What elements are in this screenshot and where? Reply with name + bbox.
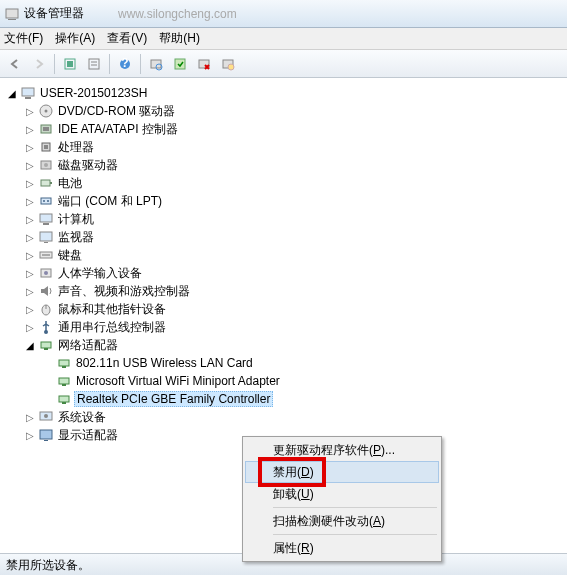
tree-category[interactable]: ▷电池	[6, 174, 567, 192]
context-menu-separator	[273, 534, 437, 535]
svg-rect-26	[50, 182, 52, 184]
tree-category-label: 人体学输入设备	[56, 265, 144, 282]
tree-category-label: 处理器	[56, 139, 96, 156]
svg-point-40	[44, 330, 48, 334]
svg-text:?: ?	[121, 57, 128, 70]
tree-category-label: 鼠标和其他指针设备	[56, 301, 168, 318]
tree-root[interactable]: ◢ USER-20150123SH	[6, 84, 567, 102]
tree-category-label: 监视器	[56, 229, 96, 246]
battery-icon	[38, 175, 54, 191]
tree-device[interactable]: 802.11n USB Wireless LAN Card	[6, 354, 567, 372]
context-menu-scan[interactable]: 扫描检测硬件改动(A)	[245, 510, 439, 532]
expand-arrow-icon[interactable]: ▷	[24, 142, 36, 153]
expand-arrow-icon[interactable]: ▷	[24, 160, 36, 171]
context-menu-properties[interactable]: 属性(R)	[245, 537, 439, 559]
expand-arrow-icon[interactable]: ▷	[24, 178, 36, 189]
svg-rect-46	[62, 384, 66, 386]
system-icon	[38, 409, 54, 425]
svg-rect-52	[44, 440, 48, 441]
expand-arrow-icon[interactable]: ▷	[24, 232, 36, 243]
expand-arrow-icon[interactable]: ▷	[24, 412, 36, 423]
port-icon	[38, 193, 54, 209]
disc-icon	[38, 103, 54, 119]
svg-rect-20	[43, 127, 49, 131]
tree-category[interactable]: ▷IDE ATA/ATAPI 控制器	[6, 120, 567, 138]
svg-point-28	[43, 200, 45, 202]
tree-category[interactable]: ▷处理器	[6, 138, 567, 156]
svg-point-50	[44, 414, 48, 418]
svg-rect-47	[59, 396, 69, 402]
tree-category-label: 系统设备	[56, 409, 108, 426]
menu-action[interactable]: 操作(A)	[55, 30, 95, 47]
context-menu-update-driver[interactable]: 更新驱动程序软件(P)...	[245, 439, 439, 461]
svg-rect-16	[25, 97, 31, 99]
expand-arrow-icon[interactable]: ▷	[24, 268, 36, 279]
toolbar-back-button[interactable]	[4, 53, 26, 75]
tree-category[interactable]: ▷计算机	[6, 210, 567, 228]
context-menu-disable[interactable]: 禁用(D)	[245, 461, 439, 483]
svg-rect-48	[62, 402, 66, 404]
context-menu-uninstall[interactable]: 卸载(U)	[245, 483, 439, 505]
svg-rect-1	[8, 19, 16, 20]
netcard-icon	[56, 391, 72, 407]
tree-category[interactable]: ▷DVD/CD-ROM 驱动器	[6, 102, 567, 120]
svg-point-37	[44, 271, 48, 275]
toolbar-uninstall-button[interactable]	[193, 53, 215, 75]
svg-rect-33	[44, 242, 48, 243]
menu-view[interactable]: 查看(V)	[107, 30, 147, 47]
tree-category[interactable]: ▷端口 (COM 和 LPT)	[6, 192, 567, 210]
cpu-icon	[38, 139, 54, 155]
title-bar: 设备管理器 www.silongcheng.com	[0, 0, 567, 28]
tree-device-label: Microsoft Virtual WiFi Miniport Adapter	[74, 374, 282, 388]
svg-rect-22	[44, 145, 48, 149]
toolbar-help-button[interactable]: ?	[114, 53, 136, 75]
keyboard-icon	[38, 247, 54, 263]
tree-category[interactable]: ▷鼠标和其他指针设备	[6, 300, 567, 318]
tree-category[interactable]: ▷人体学输入设备	[6, 264, 567, 282]
svg-rect-11	[175, 59, 185, 69]
menu-help[interactable]: 帮助(H)	[159, 30, 200, 47]
tree-category-label: 端口 (COM 和 LPT)	[56, 193, 164, 210]
expand-arrow-icon[interactable]: ▷	[24, 250, 36, 261]
expand-arrow-icon[interactable]: ▷	[24, 196, 36, 207]
tree-root-label: USER-20150123SH	[38, 86, 149, 100]
tree-category[interactable]: ▷监视器	[6, 228, 567, 246]
expand-arrow-icon[interactable]: ▷	[24, 430, 36, 441]
tree-category[interactable]: ▷通用串行总线控制器	[6, 318, 567, 336]
tree-device[interactable]: Microsoft Virtual WiFi Miniport Adapter	[6, 372, 567, 390]
toolbar-show-hide-button[interactable]	[59, 53, 81, 75]
tree-category-label: DVD/CD-ROM 驱动器	[56, 103, 177, 120]
svg-rect-44	[62, 366, 66, 368]
menu-file[interactable]: 文件(F)	[4, 30, 43, 47]
expand-arrow-icon[interactable]: ▷	[24, 286, 36, 297]
expand-arrow-icon[interactable]: ◢	[6, 88, 18, 99]
toolbar-forward-button[interactable]	[28, 53, 50, 75]
expand-arrow-icon[interactable]: ▷	[24, 106, 36, 117]
display-icon	[38, 427, 54, 443]
svg-rect-4	[89, 59, 99, 69]
expand-arrow-icon[interactable]: ▷	[24, 304, 36, 315]
tree-category[interactable]: ◢网络适配器	[6, 336, 567, 354]
tree-category[interactable]: ▷声音、视频和游戏控制器	[6, 282, 567, 300]
tree-category[interactable]: ▷键盘	[6, 246, 567, 264]
monitor-icon	[38, 229, 54, 245]
expand-arrow-icon[interactable]: ▷	[24, 124, 36, 135]
netcard-icon	[56, 355, 72, 371]
toolbar-update-button[interactable]	[169, 53, 191, 75]
svg-point-14	[228, 64, 234, 70]
toolbar-disable-button[interactable]	[217, 53, 239, 75]
tree-category[interactable]: ▷磁盘驱动器	[6, 156, 567, 174]
expand-arrow-icon[interactable]: ▷	[24, 214, 36, 225]
window-title: 设备管理器	[24, 5, 84, 22]
sound-icon	[38, 283, 54, 299]
tree-category-label: 键盘	[56, 247, 84, 264]
expand-arrow-icon[interactable]: ◢	[24, 340, 36, 351]
tree-category[interactable]: ▷系统设备	[6, 408, 567, 426]
toolbar-scan-button[interactable]	[145, 53, 167, 75]
tree-device[interactable]: Realtek PCIe GBE Family Controller	[6, 390, 567, 408]
toolbar-detail-button[interactable]	[83, 53, 105, 75]
tree-category-label: 电池	[56, 175, 84, 192]
context-menu: 更新驱动程序软件(P)... 禁用(D) 卸载(U) 扫描检测硬件改动(A) 属…	[242, 436, 442, 562]
disk-icon	[38, 157, 54, 173]
expand-arrow-icon[interactable]: ▷	[24, 322, 36, 333]
